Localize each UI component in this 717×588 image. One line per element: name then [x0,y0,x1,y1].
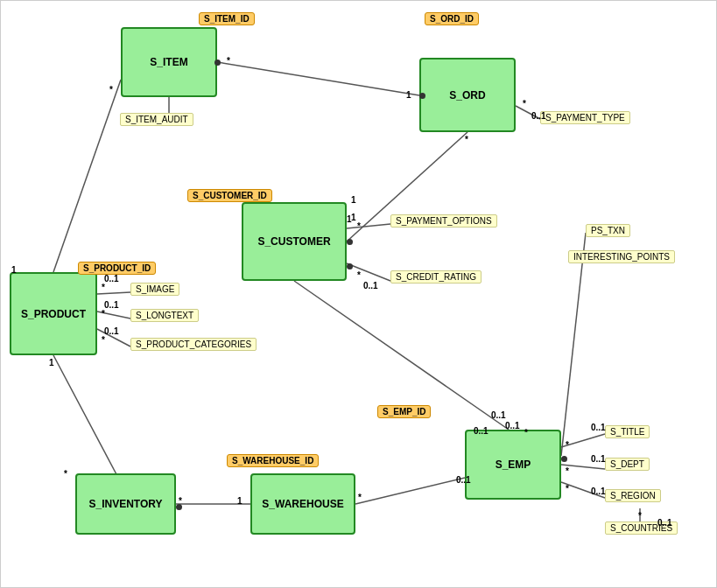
card-wh-emp1: * [358,493,362,502]
entity-s-item[interactable]: S_ITEM [121,27,217,97]
card-prod-img1: * [102,283,105,292]
card-cust-pay-opt1: * [357,221,361,231]
table-s-payment-options: S_PAYMENT_OPTIONS [390,214,497,228]
card-cust-pay-opt2: 1 [347,214,352,224]
card-prod-cat2: 0..1 [104,326,119,336]
card-item-product-1: * [109,85,113,94]
svg-line-1 [53,80,121,272]
card-ord-cust-2: 1 [351,195,356,205]
card-inv-wh2: 1 [237,496,243,506]
card-emp-title2: 0..1 [591,423,606,432]
card-item-product-2: 1 [11,265,17,275]
card-emp-cust4: * [524,428,528,438]
entity-s-emp[interactable]: S_EMP [465,430,561,500]
card-ord-cust-1: * [465,135,468,144]
card-emp-cust1: 0..1 [474,426,489,436]
table-s-item-audit: S_ITEM_AUDIT [120,113,193,126]
card-cust-cred1: * [357,270,361,280]
dot-4 [176,504,182,510]
pk-s-ord-id: S_ORD_ID [425,12,479,25]
pk-s-item-id: S_ITEM_ID [199,12,255,25]
table-s-region: S_REGION [605,489,661,502]
card-emp-cust3: 0..1 [505,421,520,430]
dot-6 [347,263,353,270]
table-s-longtext: S_LONGTEXT [130,309,199,322]
table-interesting-points: INTERESTING_POINTS [568,250,675,263]
svg-line-5 [347,224,390,228]
svg-line-13 [355,478,465,504]
card-prod-long2: 0..1 [104,300,119,310]
card-wh-emp2: 0..1 [456,475,471,485]
pk-s-product-id: S_PRODUCT_ID [78,262,156,275]
table-s-credit-rating: S_CREDIT_RATING [390,270,482,284]
card-prod-inv1: 1 [49,358,54,368]
svg-line-18 [561,233,586,456]
card-prod-img2: 0..1 [104,274,119,284]
pk-s-warehouse-id: S_WAREHOUSE_ID [227,454,319,467]
entity-s-inventory[interactable]: S_INVENTORY [75,473,176,535]
svg-line-6 [347,263,390,281]
card-item-ord-1: * [227,56,230,66]
card-ord-pay1: * [523,99,526,108]
card-emp-cust2: 0..1 [491,410,506,420]
pk-s-emp-id: S_EMP_ID [377,405,431,418]
table-s-product-categories: S_PRODUCT_CATEGORIES [130,338,257,351]
card-prod-inv2: * [64,469,67,479]
card-emp-reg2: 0..1 [591,486,606,496]
pk-s-customer-id: S_CUSTOMER_ID [187,189,272,202]
svg-line-0 [217,62,419,95]
dot-2 [419,93,425,99]
card-emp-title1: * [566,440,569,450]
card-reg-cntry2: 0..1 [657,518,672,528]
table-s-dept: S_DEPT [605,458,650,471]
dot-3 [347,239,353,245]
table-ps-txn: PS_TXN [586,224,630,237]
card-emp-reg1: * [566,484,569,494]
dot-5 [561,456,567,462]
er-diagram: S_ITEM S_ORD S_CUSTOMER S_PRODUCT S_EMP … [0,0,717,588]
entity-s-ord[interactable]: S_ORD [419,58,516,132]
card-ord-pay2: 0..1 [531,111,546,121]
card-item-ord-2: 1 [406,90,411,100]
card-emp-dept2: 0..1 [591,454,606,464]
dot-1 [214,60,221,66]
card-reg-cntry1: * [638,511,642,521]
entity-s-product[interactable]: S_PRODUCT [10,272,97,355]
table-s-payment-type: S_PAYMENT_TYPE [540,111,630,124]
card-prod-cat1: * [102,335,105,345]
table-s-image: S_IMAGE [130,283,179,296]
card-prod-long1: * [102,309,105,318]
entity-s-customer[interactable]: S_CUSTOMER [242,202,347,281]
table-s-title: S_TITLE [605,425,650,438]
svg-line-8 [97,292,130,294]
card-emp-dept1: * [566,466,569,476]
card-cust-cred2: 0..1 [363,281,378,290]
entity-s-warehouse[interactable]: S_WAREHOUSE [250,473,355,535]
